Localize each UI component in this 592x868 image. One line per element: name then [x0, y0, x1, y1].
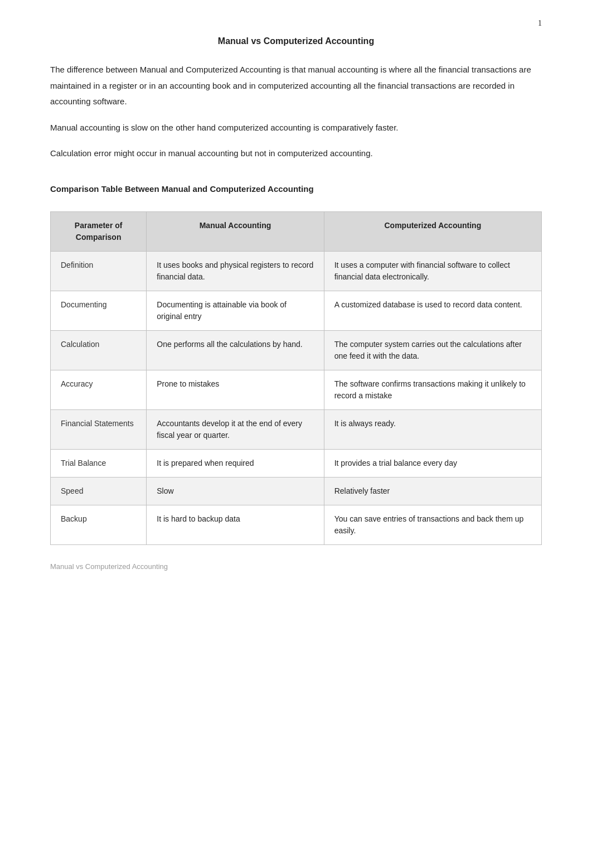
table-row: Trial BalanceIt is prepared when require… — [51, 450, 542, 478]
cell-manual: One performs all the calculations by han… — [147, 331, 324, 370]
cell-manual: It is prepared when required — [147, 450, 324, 478]
cell-computerized: It provides a trial balance every day — [324, 450, 541, 478]
page-title: Manual vs Computerized Accounting — [50, 33, 542, 49]
cell-parameter: Accuracy — [51, 370, 147, 410]
header-computerized: Computerized Accounting — [324, 212, 541, 252]
footer-text: Manual vs Computerized Accounting — [50, 561, 542, 573]
cell-parameter: Calculation — [51, 331, 147, 370]
header-manual: Manual Accounting — [147, 212, 324, 252]
table-row: SpeedSlowRelatively faster — [51, 478, 542, 505]
cell-computerized: The software confirms transactions makin… — [324, 370, 541, 410]
cell-parameter: Financial Statements — [51, 410, 147, 450]
table-header-row: Parameter of Comparison Manual Accountin… — [51, 212, 542, 252]
cell-parameter: Speed — [51, 478, 147, 505]
cell-manual: Documenting is attainable via book of or… — [147, 291, 324, 331]
cell-manual: Slow — [147, 478, 324, 505]
page-number: 1 — [538, 17, 542, 30]
comparison-table: Parameter of Comparison Manual Accountin… — [50, 211, 542, 545]
cell-parameter: Documenting — [51, 291, 147, 331]
cell-computerized: It uses a computer with financial softwa… — [324, 252, 541, 291]
table-row: CalculationOne performs all the calculat… — [51, 331, 542, 370]
table-row: DocumentingDocumenting is attainable via… — [51, 291, 542, 331]
cell-manual: Prone to mistakes — [147, 370, 324, 410]
cell-manual: It is hard to backup data — [147, 505, 324, 545]
cell-manual: It uses books and physical registers to … — [147, 252, 324, 291]
section-title: Comparison Table Between Manual and Comp… — [50, 182, 542, 196]
intro-paragraphs: The difference between Manual and Comput… — [50, 62, 542, 162]
cell-parameter: Backup — [51, 505, 147, 545]
cell-computerized: The computer system carries out the calc… — [324, 331, 541, 370]
cell-computerized: A customized database is used to record … — [324, 291, 541, 331]
cell-parameter: Definition — [51, 252, 147, 291]
table-row: BackupIt is hard to backup dataYou can s… — [51, 505, 542, 545]
table-row: AccuracyProne to mistakesThe software co… — [51, 370, 542, 410]
cell-computerized: You can save entries of transactions and… — [324, 505, 541, 545]
intro-para-3: Calculation error might occur in manual … — [50, 146, 542, 162]
cell-parameter: Trial Balance — [51, 450, 147, 478]
cell-computerized: Relatively faster — [324, 478, 541, 505]
header-parameter: Parameter of Comparison — [51, 212, 147, 252]
intro-para-2: Manual accounting is slow on the other h… — [50, 120, 542, 136]
table-row: DefinitionIt uses books and physical reg… — [51, 252, 542, 291]
intro-para-1: The difference between Manual and Comput… — [50, 62, 542, 110]
table-row: Financial StatementsAccountants develop … — [51, 410, 542, 450]
cell-manual: Accountants develop it at the end of eve… — [147, 410, 324, 450]
cell-computerized: It is always ready. — [324, 410, 541, 450]
